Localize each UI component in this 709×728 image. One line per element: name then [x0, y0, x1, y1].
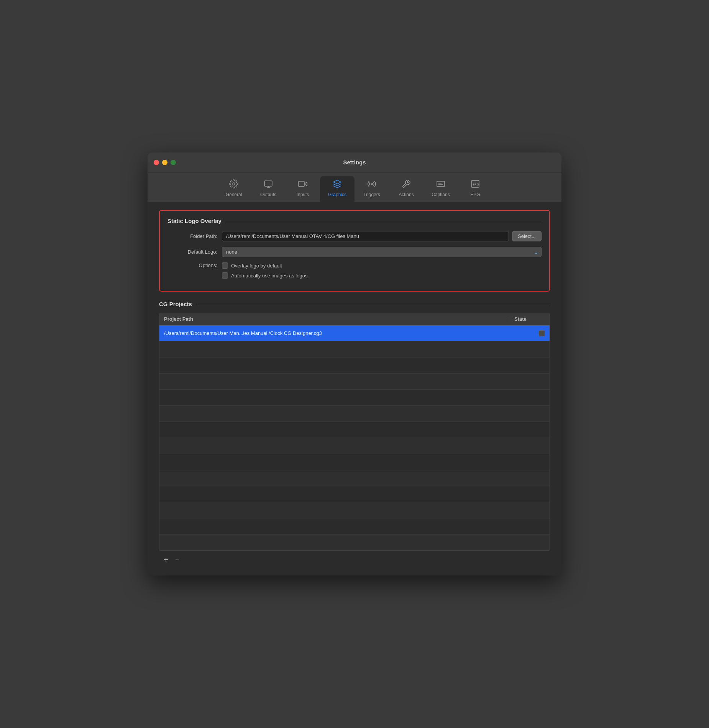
default-logo-select[interactable]: none — [222, 247, 542, 257]
empty-row — [159, 374, 550, 390]
tab-graphics-label: Graphics — [328, 192, 346, 197]
options-label: Options: — [167, 262, 217, 268]
overlay-logo-checkbox[interactable] — [222, 262, 228, 269]
cg-projects-title: CG Projects — [159, 301, 550, 307]
state-checkbox[interactable] — [539, 330, 545, 336]
folder-path-row: Folder Path: Select... — [167, 231, 542, 241]
tab-inputs[interactable]: Inputs — [286, 176, 320, 202]
svg-rect-1 — [264, 181, 272, 186]
folder-path-container: Select... — [222, 231, 542, 241]
window-title: Settings — [343, 159, 366, 166]
captions-icon — [436, 179, 445, 190]
svg-rect-7 — [437, 181, 445, 187]
overlay-logo-option: Overlay logo by default — [222, 262, 307, 269]
tab-captions-label: Captions — [432, 192, 450, 197]
tab-captions[interactable]: Captions — [423, 176, 458, 202]
tab-epg-label: EPG — [470, 192, 480, 197]
tab-triggers-label: Triggers — [363, 192, 380, 197]
inputs-icon — [298, 179, 307, 190]
toolbar: General Outputs Inputs — [148, 172, 561, 202]
tab-general[interactable]: General — [217, 176, 251, 202]
tab-outputs-label: Outputs — [260, 192, 276, 197]
general-icon — [229, 179, 238, 190]
empty-row — [159, 438, 550, 454]
empty-row — [159, 518, 550, 535]
tab-general-label: General — [226, 192, 242, 197]
select-folder-button[interactable]: Select... — [512, 231, 542, 241]
auto-images-label: Automatically use images as logos — [231, 273, 307, 279]
empty-row — [159, 486, 550, 502]
empty-row — [159, 454, 550, 470]
cg-projects-section: CG Projects Project Path State /Users/re… — [159, 301, 550, 564]
empty-row — [159, 390, 550, 406]
empty-row — [159, 406, 550, 422]
table-body: /Users/remi/Documents/User Man...les Man… — [159, 325, 550, 551]
empty-row — [159, 470, 550, 486]
options-group: Overlay logo by default Automatically us… — [222, 262, 307, 279]
table-header: Project Path State — [159, 313, 550, 325]
svg-point-0 — [233, 183, 235, 185]
epg-icon: EPG — [471, 179, 480, 190]
traffic-lights — [154, 160, 176, 165]
svg-text:EPG: EPG — [473, 183, 479, 186]
empty-row — [159, 502, 550, 518]
static-logo-section: Static Logo Overlay Folder Path: Select.… — [159, 210, 550, 292]
actions-icon — [402, 179, 411, 190]
minimize-button[interactable] — [162, 160, 167, 165]
tab-actions-label: Actions — [399, 192, 414, 197]
column-divider — [508, 316, 508, 322]
default-logo-row: Default Logo: none ⌄ — [167, 247, 542, 257]
graphics-icon — [333, 179, 342, 190]
empty-row — [159, 422, 550, 438]
svg-marker-5 — [333, 180, 341, 184]
outputs-icon — [264, 179, 273, 190]
close-button[interactable] — [154, 160, 159, 165]
svg-rect-4 — [299, 181, 304, 187]
folder-path-input[interactable] — [222, 231, 509, 241]
default-logo-label: Default Logo: — [167, 249, 217, 255]
column-state: State — [514, 316, 545, 322]
empty-row — [159, 357, 550, 374]
static-logo-title: Static Logo Overlay — [167, 218, 542, 224]
empty-row — [159, 535, 550, 551]
remove-row-button[interactable]: − — [172, 556, 183, 564]
tab-triggers[interactable]: Triggers — [354, 176, 389, 202]
auto-images-option: Automatically use images as logos — [222, 272, 307, 279]
titlebar: Settings — [148, 152, 561, 172]
bottom-toolbar: + − — [159, 551, 550, 564]
table-row[interactable]: /Users/remi/Documents/User Man...les Man… — [159, 325, 550, 341]
main-content: Static Logo Overlay Folder Path: Select.… — [148, 202, 561, 576]
settings-window: Settings General Outputs — [148, 152, 561, 576]
project-path-cell: /Users/remi/Documents/User Man...les Man… — [164, 330, 536, 336]
folder-path-label: Folder Path: — [167, 233, 217, 239]
tab-actions[interactable]: Actions — [389, 176, 423, 202]
options-row: Options: Overlay logo by default Automat… — [167, 262, 542, 279]
tab-epg[interactable]: EPG EPG — [458, 176, 492, 202]
auto-images-checkbox[interactable] — [222, 272, 228, 279]
maximize-button[interactable] — [171, 160, 176, 165]
column-project-path: Project Path — [164, 316, 502, 322]
triggers-icon — [367, 179, 376, 190]
cg-projects-table: Project Path State /Users/remi/Documents… — [159, 313, 550, 551]
add-row-button[interactable]: + — [161, 556, 171, 564]
svg-point-6 — [371, 183, 373, 185]
default-logo-dropdown-container: none ⌄ — [222, 247, 542, 257]
tab-inputs-label: Inputs — [297, 192, 309, 197]
tab-outputs[interactable]: Outputs — [251, 176, 286, 202]
empty-row — [159, 341, 550, 357]
tab-graphics[interactable]: Graphics — [320, 176, 354, 202]
overlay-logo-label: Overlay logo by default — [231, 263, 282, 269]
